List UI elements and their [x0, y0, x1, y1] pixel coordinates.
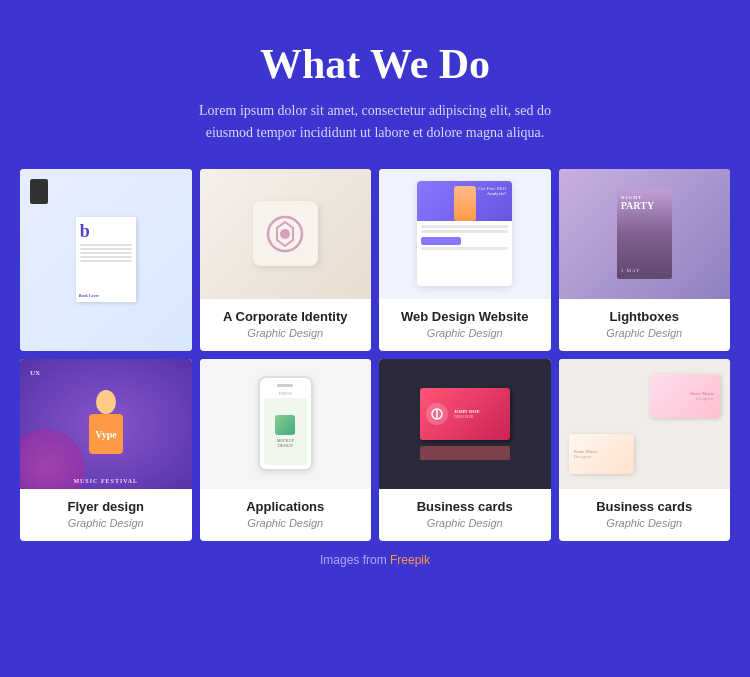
card-body-flyer: Flyer design Graphic Design	[20, 489, 192, 541]
card-subtitle-flyer: Graphic Design	[30, 517, 182, 529]
biz-card-front: JOHN DOE DESIGNER	[420, 388, 510, 440]
page-subtitle: Lorem ipsum dolor sit amet, consectetur …	[175, 100, 575, 145]
card-image-corporate	[200, 169, 372, 299]
brand-cover-label: Book Cover	[79, 293, 99, 298]
card-subtitle-business1: Graphic Design	[389, 517, 541, 529]
card-brand-campaign[interactable]: b Book Cover Brand Campaign Graphic Desi…	[20, 169, 192, 351]
page-wrapper: What We Do Lorem ipsum dolor sit amet, c…	[0, 0, 750, 587]
app-icon	[275, 415, 295, 435]
card-business-cards-1[interactable]: JOHN DOE DESIGNER Business cards Graphic…	[379, 359, 551, 541]
logo-card-mock	[253, 201, 318, 266]
card-applications[interactable]: TODAY MOCKUPDESIGN Applications Graphic …	[200, 359, 372, 541]
biz-role: DESIGNER	[454, 414, 504, 419]
biz2-name-top: Susie MarieDesigner	[690, 391, 714, 401]
card-title-flyer: Flyer design	[30, 499, 182, 514]
web-hero: Get Free SEOAnalysis?	[417, 181, 512, 221]
biz-card-back	[420, 446, 510, 460]
page-header: What We Do Lorem ipsum dolor sit amet, c…	[20, 40, 730, 145]
biz-cards-stack: JOHN DOE DESIGNER	[420, 388, 510, 460]
card-subtitle-business2: Graphic Design	[569, 517, 721, 529]
footer-link[interactable]: Freepik	[390, 553, 430, 567]
card-image-business1: JOHN DOE DESIGNER	[379, 359, 551, 489]
biz-logo-circle	[426, 403, 448, 425]
card-subtitle-corporate: Graphic Design	[210, 327, 362, 339]
flyer-person-svg: Vype	[81, 386, 131, 461]
card-web-design[interactable]: Get Free SEOAnalysis? Web Design Website	[379, 169, 551, 351]
card-flyer-design[interactable]: UX Vype MUSIC FESTIVAL Flyer design Grap…	[20, 359, 192, 541]
brand-paper-mock: b Book Cover	[76, 217, 136, 302]
grid-row-2: UX Vype MUSIC FESTIVAL Flyer design Grap…	[20, 359, 730, 541]
card-image-business2: Susie MarieDesigner Susie MarieDesigner	[559, 359, 731, 489]
phone-speaker	[277, 384, 293, 387]
flyer-mock: UX Vype MUSIC FESTIVAL	[20, 359, 192, 489]
poster-mock: NIGHT PARTY 3 MAY	[617, 189, 672, 279]
brand-line	[80, 244, 132, 246]
brand-line	[80, 252, 132, 254]
party-big: PARTY	[621, 200, 668, 211]
biz2-name-bottom: Susie MarieDesigner	[574, 449, 598, 459]
svg-point-1	[280, 229, 290, 239]
card-corporate-identity[interactable]: A Corporate Identity Graphic Design	[200, 169, 372, 351]
card-body-corporate: A Corporate Identity Graphic Design	[200, 299, 372, 351]
card-image-web-design: Get Free SEOAnalysis?	[379, 169, 551, 299]
card-body-applications: Applications Graphic Design	[200, 489, 372, 541]
card-title-corporate: A Corporate Identity	[210, 309, 362, 324]
biz-card-text: JOHN DOE DESIGNER	[454, 409, 504, 419]
card-title-web-design: Web Design Website	[389, 309, 541, 324]
page-title: What We Do	[20, 40, 730, 88]
phone-mock: TODAY MOCKUPDESIGN	[258, 376, 313, 471]
party-date: 3 MAY	[621, 268, 668, 273]
biz2-card-top: Susie MarieDesigner	[650, 374, 720, 418]
card-subtitle-applications: Graphic Design	[210, 517, 362, 529]
card-body-business1: Business cards Graphic Design	[379, 489, 551, 541]
card-lightboxes[interactable]: NIGHT PARTY 3 MAY Lightboxes Graphic Des…	[559, 169, 731, 351]
card-title-applications: Applications	[210, 499, 362, 514]
footer-text: Images from	[320, 553, 390, 567]
flyer-bottom-label: MUSIC FESTIVAL	[20, 478, 192, 484]
card-subtitle-web-design: Graphic Design	[389, 327, 541, 339]
card-body-web-design: Web Design Website Graphic Design	[379, 299, 551, 351]
web-row	[421, 230, 508, 233]
card-image-brand-campaign: b Book Cover	[20, 169, 192, 351]
brand-lines	[80, 244, 132, 262]
card-subtitle-lightboxes: Graphic Design	[569, 327, 721, 339]
card-image-lightboxes: NIGHT PARTY 3 MAY	[559, 169, 731, 299]
biz2-layout: Susie MarieDesigner Susie MarieDesigner	[559, 359, 731, 489]
card-body-business2: Business cards Graphic Design	[559, 489, 731, 541]
web-body	[417, 221, 512, 286]
brand-line	[80, 260, 132, 262]
brand-logo: b	[80, 222, 132, 240]
card-title-lightboxes: Lightboxes	[569, 309, 721, 324]
stamp-icon	[30, 179, 48, 204]
svg-text:Vype: Vype	[95, 429, 117, 440]
brand-line	[80, 248, 132, 250]
web-person	[454, 186, 476, 221]
brand-line	[80, 256, 132, 258]
biz2-card-bottom: Susie MarieDesigner	[569, 434, 634, 474]
flyer-text-overlay: MUSIC FESTIVAL	[20, 478, 192, 484]
card-image-flyer: UX Vype MUSIC FESTIVAL	[20, 359, 192, 489]
flyer-ux-text: UX	[30, 369, 40, 377]
page-footer: Images from Freepik	[20, 553, 730, 567]
web-hero-text: Get Free SEOAnalysis?	[478, 186, 506, 196]
card-business-cards-2[interactable]: Susie MarieDesigner Susie MarieDesigner …	[559, 359, 731, 541]
phone-screen: MOCKUPDESIGN	[264, 398, 307, 465]
app-label: MOCKUPDESIGN	[277, 438, 294, 448]
web-row	[421, 225, 508, 228]
card-title-business1: Business cards	[389, 499, 541, 514]
web-row	[421, 247, 508, 250]
phone-time: TODAY	[278, 391, 292, 396]
web-card-mock: Get Free SEOAnalysis?	[417, 181, 512, 286]
card-title-business2: Business cards	[569, 499, 721, 514]
grid-row-1: b Book Cover Brand Campaign Graphic Desi…	[20, 169, 730, 351]
web-mockup: Get Free SEOAnalysis?	[379, 169, 551, 299]
web-cta-button	[421, 237, 461, 245]
svg-point-2	[96, 390, 116, 414]
card-image-applications: TODAY MOCKUPDESIGN	[200, 359, 372, 489]
card-body-lightboxes: Lightboxes Graphic Design	[559, 299, 731, 351]
